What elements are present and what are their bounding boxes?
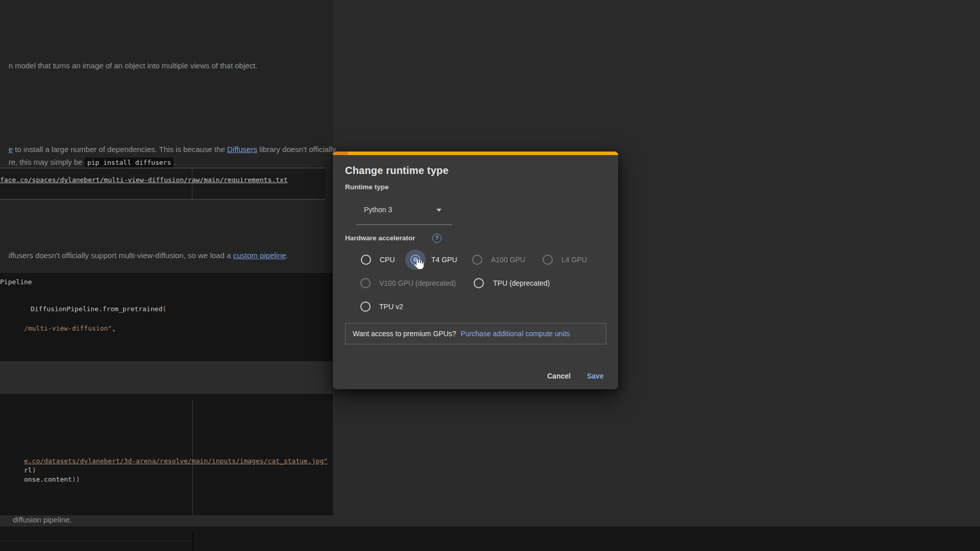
code-line: Pipeline [0,278,32,286]
runtime-type-select[interactable]: Python 3 [356,201,452,225]
hand-cursor-icon [412,257,425,270]
banner-text: Want access to premium GPUs? [353,330,456,338]
cell-divider-line [192,168,192,199]
dialog-accent-bar [333,152,618,155]
markdown-paragraph-pipeline: iffusers doesn't officially support mult… [0,240,288,271]
hardware-accelerator-label: Hardware accelerator [345,234,415,242]
radio-label-l4-gpu: L4 GPU [561,256,587,264]
premium-gpu-banner: Want access to premium GPUs? Purchase ad… [345,323,606,344]
radio-label-cpu[interactable]: CPU [380,256,395,264]
markdown-text: n model that turns an image of an object… [9,61,258,70]
code-cell-requirements[interactable]: face.co/spaces/dylanebert/multi-view-dif… [0,168,325,199]
select-value: Python 3 [364,206,392,214]
notebook-bottom-area [0,527,980,551]
runtime-type-label: Runtime type [345,183,389,191]
help-icon[interactable]: ? [432,234,442,243]
radio-tpu-v2[interactable] [360,302,371,312]
cell-border-line [0,541,192,541]
change-runtime-dialog: Change runtime type Runtime type Python … [333,152,618,389]
code-cell-load-pipeline[interactable]: Pipeline DiffusionPipeline.from_pretrain… [0,273,333,361]
dialog-title: Change runtime type [345,165,449,177]
notebook-cell-band [0,361,337,394]
radio-tpu-deprecated[interactable] [474,278,484,288]
radio-v100-gpu [360,278,371,288]
select-underline [356,224,452,225]
page-background: n model that turns an image of an object… [0,0,980,551]
code-line-url[interactable]: face.co/spaces/dylanebert/multi-view-dif… [0,176,288,184]
radio-label-tpu-v2[interactable]: TPU v2 [379,303,403,311]
radio-label-v100-gpu: V100 GPU (deprecated) [379,279,456,287]
radio-label-a100-gpu: A100 GPU [491,256,525,264]
code-cell-image-fetch[interactable]: e.co/datasets/dylanebert/3d-arena/resolv… [0,394,333,515]
radio-cpu[interactable] [361,255,371,265]
radio-l4-gpu [543,255,553,265]
cancel-button[interactable]: Cancel [547,371,571,381]
code-line: onse.content)) [0,468,80,491]
purchase-compute-units-link[interactable]: Purchase additional compute units [461,330,570,338]
radio-label-t4-gpu[interactable]: T4 GPU [431,256,457,264]
radio-label-tpu-deprecated[interactable]: TPU (deprecated) [493,279,550,287]
chevron-down-icon[interactable] [436,209,442,212]
radio-a100-gpu [472,255,482,265]
cell-divider-line [192,532,193,551]
custom-pipeline-link[interactable]: custom pipeline [233,251,286,260]
save-button[interactable]: Save [587,371,604,381]
markdown-paragraph-top: n model that turns an image of an object… [0,51,257,81]
code-line: /multi-view-diffusion", [0,317,116,340]
diffusers-link[interactable]: Diffusers [227,145,257,154]
inline-code-chip: pip install diffusers [85,158,174,167]
